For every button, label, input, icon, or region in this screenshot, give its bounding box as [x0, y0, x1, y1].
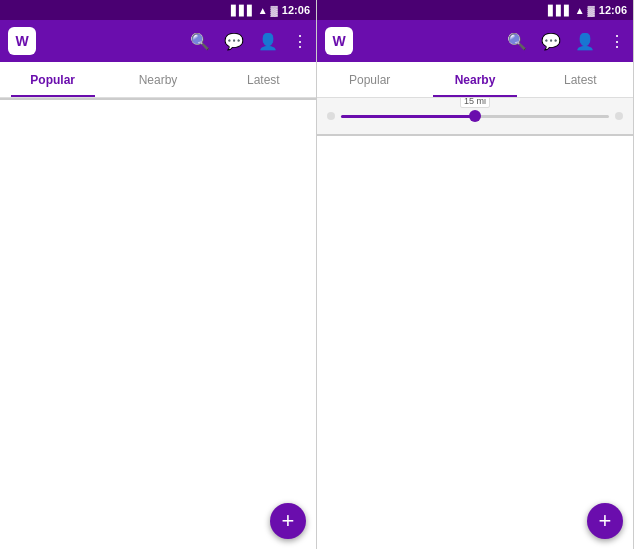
left-nav-icons: 🔍 💬 👤 ⋮ [190, 32, 308, 51]
right-content-area: ✦ ✦ ✦ Nothing like sitting at the beach … [317, 134, 633, 549]
left-content-area: I'm suave and confident but when it come… [0, 98, 316, 549]
left-tab-popular[interactable]: Popular [0, 62, 105, 97]
left-tabs: Popular Nearby Latest [0, 62, 316, 98]
left-person-icon[interactable]: 👤 [258, 32, 278, 51]
right-nav-icons: 🔍 💬 👤 ⋮ [507, 32, 625, 51]
left-status-bar: ▋▋▋ ▲ ▓ 12:06 [0, 0, 316, 20]
slider-dot-2 [615, 112, 623, 120]
distance-slider[interactable]: 15 mi [341, 115, 609, 118]
right-signal-icon: ▋▋▋ [548, 5, 572, 16]
left-more-icon[interactable]: ⋮ [292, 32, 308, 51]
slider-thumb[interactable]: 15 mi [469, 110, 481, 122]
right-chat-icon[interactable]: 💬 [541, 32, 561, 51]
left-top-nav: W 🔍 💬 👤 ⋮ [0, 20, 316, 62]
right-person-icon[interactable]: 👤 [575, 32, 595, 51]
right-time: 12:06 [599, 4, 627, 16]
slider-fill [341, 115, 475, 118]
nearby-grid: ✦ ✦ ✦ Nothing like sitting at the beach … [317, 134, 633, 136]
left-logo: W [8, 27, 36, 55]
slider-value-label: 15 mi [460, 98, 490, 108]
right-battery-icon: ▓ [588, 5, 595, 16]
left-search-icon[interactable]: 🔍 [190, 32, 210, 51]
right-status-bar: ▋▋▋ ▲ ▓ 12:06 [317, 0, 633, 20]
slider-dot-1 [327, 112, 335, 120]
right-signal-icons: ▋▋▋ ▲ ▓ [548, 5, 595, 16]
left-content-grid: I'm suave and confident but when it come… [0, 98, 316, 100]
right-tab-latest[interactable]: Latest [528, 62, 633, 97]
distance-slider-row: 15 mi [317, 98, 633, 134]
right-wifi-icon: ▲ [575, 5, 585, 16]
right-tabs: Popular Nearby Latest [317, 62, 633, 98]
left-panel: ▋▋▋ ▲ ▓ 12:06 W 🔍 💬 👤 ⋮ Popular Nearby L… [0, 0, 317, 549]
right-search-icon[interactable]: 🔍 [507, 32, 527, 51]
left-chat-icon[interactable]: 💬 [224, 32, 244, 51]
wifi-icon: ▲ [258, 5, 268, 16]
right-tab-popular[interactable]: Popular [317, 62, 422, 97]
left-tab-nearby[interactable]: Nearby [105, 62, 210, 97]
right-tab-nearby[interactable]: Nearby [422, 62, 527, 97]
battery-icon: ▓ [271, 5, 278, 16]
left-fab[interactable]: + [270, 503, 306, 539]
right-top-nav: W 🔍 💬 👤 ⋮ [317, 20, 633, 62]
left-signal-icons: ▋▋▋ ▲ ▓ [231, 5, 278, 16]
nearby-content: 15 mi ✦ ✦ ✦ Nothi [317, 98, 633, 549]
signal-icon: ▋▋▋ [231, 5, 255, 16]
left-time: 12:06 [282, 4, 310, 16]
left-tab-latest[interactable]: Latest [211, 62, 316, 97]
right-fab[interactable]: + [587, 503, 623, 539]
right-logo: W [325, 27, 353, 55]
right-panel: ▋▋▋ ▲ ▓ 12:06 W 🔍 💬 👤 ⋮ Popular Nearby L… [317, 0, 634, 549]
right-more-icon[interactable]: ⋮ [609, 32, 625, 51]
